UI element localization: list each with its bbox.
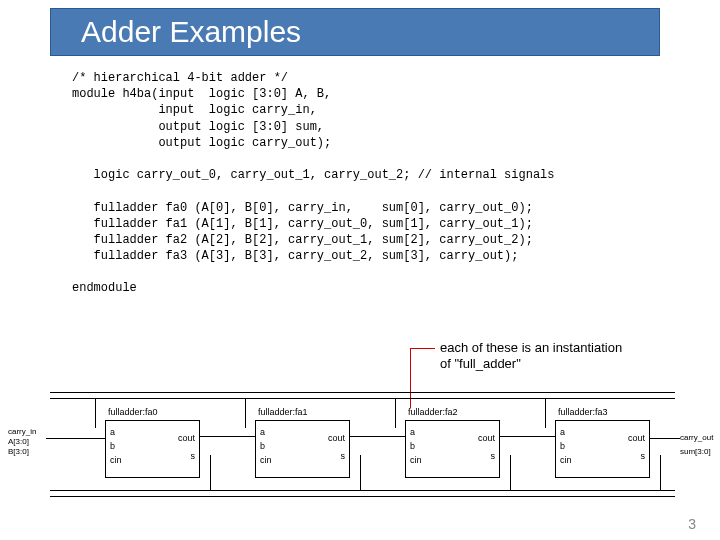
wire-top-bus2 [50,398,675,399]
block-fa2: fulladder:fa2 a b cin cout s [405,420,500,478]
sig-sum: sum[3:0] [680,448,711,457]
block-fa0: fulladder:fa0 a b cin cout s [105,420,200,478]
annotation-line2: of "full_adder" [440,356,521,371]
tap-fa2s [510,455,511,490]
wire-bottom-bus [50,490,675,491]
fa2-port-cout: cout [478,433,495,444]
callout-connector-h [410,348,435,349]
wire-top-bus [50,392,675,393]
block-fa1: fulladder:fa1 a b cin cout s [255,420,350,478]
fa2-port-cin: cin [410,455,422,466]
fa0-port-b: b [110,441,115,452]
tap-fa3 [545,398,546,428]
sig-carry-out: carry_out [680,434,713,443]
page-number: 3 [688,516,696,532]
wire-cin-fa0 [46,438,105,439]
block-fa3: fulladder:fa3 a b cin cout s [555,420,650,478]
fa3-port-b: b [560,441,565,452]
fa0-port-s: s [191,451,196,462]
annotation-line1: each of these is an instantiation [440,340,622,355]
tap-fa0s [210,455,211,490]
fa0-port-cin: cin [110,455,122,466]
block-fa1-label: fulladder:fa1 [258,407,308,417]
verilog-code: /* hierarchical 4-bit adder */ module h4… [72,70,554,297]
fa2-port-s: s [491,451,496,462]
callout-annotation: each of these is an instantiation of "fu… [440,340,622,371]
fa1-port-cout: cout [328,433,345,444]
sig-a: A[3:0] [8,438,29,447]
page-title: Adder Examples [81,15,301,49]
wire-fa2-fa3 [500,436,555,437]
tap-fa2 [395,398,396,428]
fa2-port-a: a [410,427,415,438]
sig-b: B[3:0] [8,448,29,457]
fa2-port-b: b [410,441,415,452]
tap-fa1s [360,455,361,490]
sig-carry-in: carry_in [8,428,36,437]
fa1-port-s: s [341,451,346,462]
fa3-port-cin: cin [560,455,572,466]
block-fa2-label: fulladder:fa2 [408,407,458,417]
fa0-port-a: a [110,427,115,438]
fa0-port-cout: cout [178,433,195,444]
wire-bottom-bus2 [50,496,675,497]
schematic-diagram: carry_in A[3:0] B[3:0] carry_out sum[3:0… [10,390,710,500]
block-fa0-label: fulladder:fa0 [108,407,158,417]
fa1-port-b: b [260,441,265,452]
fa1-port-cin: cin [260,455,272,466]
wire-fa1-fa2 [350,436,405,437]
fa3-port-a: a [560,427,565,438]
wire-fa3-out [650,438,680,439]
tap-fa0 [95,398,96,428]
fa3-port-s: s [641,451,646,462]
fa1-port-a: a [260,427,265,438]
tap-fa1 [245,398,246,428]
title-bar: Adder Examples [50,8,660,56]
tap-fa3s [660,455,661,490]
wire-fa0-fa1 [200,436,255,437]
fa3-port-cout: cout [628,433,645,444]
block-fa3-label: fulladder:fa3 [558,407,608,417]
